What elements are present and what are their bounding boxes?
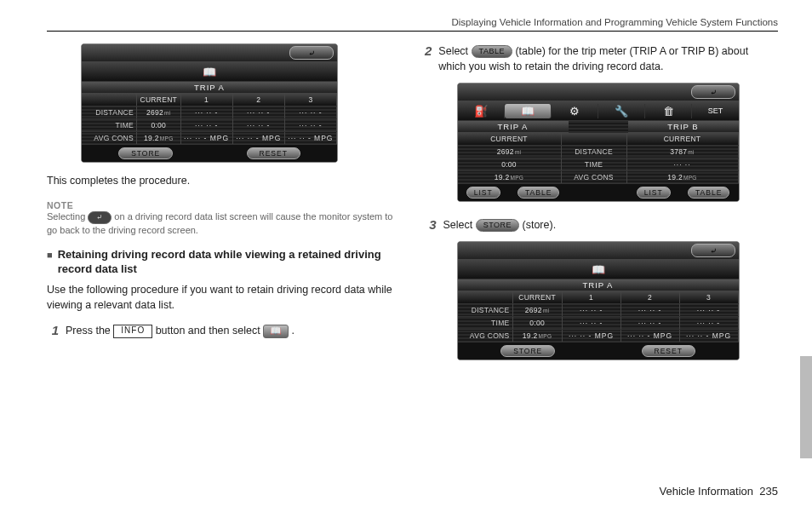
reset-button[interactable]: RESET — [247, 147, 300, 159]
list-button[interactable]: LIST — [466, 187, 500, 199]
screenshot-trip-a: ⤶ 📖 TRIP A CURRENT 1 2 3 — [81, 43, 338, 163]
table-row: DISTANCE 2692mi ··· ·· - ··· ·· - ··· ··… — [82, 106, 337, 119]
col-1: 1 — [180, 94, 232, 106]
screenshot-trip-a-store: ⤶ 📖 TRIP A CURRENT 1 2 3 — [457, 241, 740, 360]
trip-b-title: TRIP B — [628, 121, 739, 133]
table-row: TIME 0:00 ··· ·· - ··· ·· - ··· ·· - — [82, 119, 337, 132]
table-button[interactable]: TABLE — [688, 187, 729, 199]
screenshot-trip-compare: ⤶ ⛽ 📖 ⚙ 🔧 🗑 SET TRIP A TRIP B — [457, 83, 740, 202]
book-icon: 📖 — [458, 262, 739, 277]
page-header: Displaying Vehicle Information and Progr… — [47, 17, 778, 31]
store-button[interactable]: STORE — [118, 147, 173, 159]
table-row: 19.2MPG AVG CONS 19.2MPG — [458, 171, 739, 184]
table-row: 0:00 TIME ··· ·· — [458, 158, 739, 171]
step-number: 2 — [425, 43, 432, 74]
trip-title: TRIP A — [82, 82, 337, 94]
back-icon[interactable]: ⤶ — [691, 85, 735, 99]
fuel-icon[interactable]: ⛽ — [458, 104, 505, 118]
list-button[interactable]: LIST — [637, 187, 671, 199]
completes-text: This completes the procedure. — [47, 173, 401, 188]
trip-a-title: TRIP A — [458, 121, 569, 133]
note-body: Selecting ⤶ on a driving record data lis… — [47, 210, 401, 236]
back-icon: ⤶ — [88, 211, 112, 224]
section-body: Use the following procedure if you want … — [47, 282, 401, 313]
compare-table: CURRENT CURRENT 2692mi DISTANCE 3787mi 0… — [458, 133, 739, 184]
table-button[interactable]: TABLE — [518, 187, 559, 199]
book-icon: 📖 — [263, 325, 289, 338]
gear-icon[interactable]: ⚙ — [552, 104, 598, 118]
page-footer: Vehicle Information 235 — [659, 485, 778, 498]
table-row: 2692mi DISTANCE 3787mi — [458, 146, 739, 158]
wrench-icon[interactable]: 🔧 — [598, 104, 645, 118]
step-number: 3 — [425, 217, 437, 233]
table-row: TIME 0:00 ··· ·· - ··· ·· - ··· ·· - — [458, 317, 739, 330]
trip-table: CURRENT 1 2 3 DISTANCE 2692mi ··· ·· - ·… — [82, 94, 337, 145]
tab-row: ⛽ 📖 ⚙ 🔧 🗑 SET — [458, 101, 739, 121]
book-icon[interactable]: 📖 — [505, 104, 552, 118]
header-rule — [47, 31, 778, 32]
tab-row: 📖 — [458, 260, 739, 279]
note-heading: NOTE — [47, 200, 401, 210]
square-bullet-icon: ■ — [47, 249, 53, 277]
trip-table: CURRENT 1 2 3 DISTANCE 2692mi ··· ·· - ·… — [458, 291, 739, 342]
trash-icon[interactable]: 🗑 — [645, 104, 692, 118]
table-row: DISTANCE 2692mi ··· ·· - ··· ·· - ··· ··… — [458, 304, 739, 317]
table-row: AVG CONS 19.2MPG ··· ·· - MPG ··· ·· - M… — [82, 132, 337, 145]
section-heading: ■ Retaining driving record data while vi… — [47, 247, 401, 277]
book-icon: 📖 — [82, 65, 337, 79]
store-button-label: STORE — [476, 219, 519, 232]
step-2: 2 Select TABLE (table) for the trip mete… — [425, 43, 779, 74]
col-3: 3 — [284, 94, 336, 106]
col-current: CURRENT — [137, 94, 181, 106]
step-3: 3 Select STORE (store). — [425, 217, 779, 233]
reset-button[interactable]: RESET — [642, 345, 695, 357]
trip-title: TRIP A — [458, 279, 739, 291]
store-button[interactable]: STORE — [500, 345, 555, 357]
set-button[interactable]: SET — [692, 106, 738, 116]
info-button-label: INFO — [113, 325, 152, 338]
table-button-label: TABLE — [472, 45, 512, 58]
step-1: 1 Press the INFO button and then select … — [47, 323, 401, 338]
back-icon[interactable]: ⤶ — [691, 244, 735, 257]
col-2: 2 — [232, 94, 284, 106]
table-row: AVG CONS 19.2MPG ··· ·· - MPG ··· ·· - M… — [458, 330, 739, 342]
tab-row: 📖 — [82, 62, 337, 82]
back-icon[interactable]: ⤶ — [289, 46, 334, 60]
step-number: 1 — [47, 323, 59, 338]
thumb-tab — [800, 356, 812, 458]
